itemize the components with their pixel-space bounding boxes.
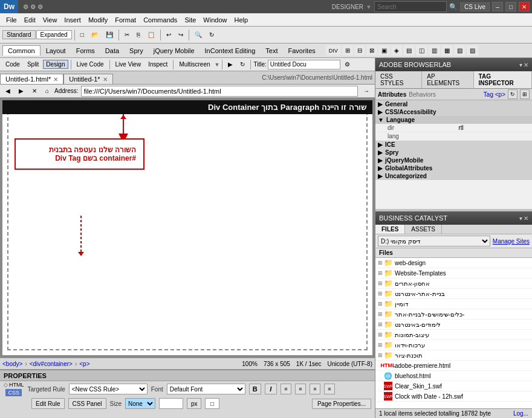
menu-window[interactable]: Window [199,15,230,25]
size-input[interactable] [159,398,183,409]
copy-btn[interactable]: ⎘ [134,30,143,40]
live-view-btn[interactable]: Live View [112,60,144,69]
split-view-btn[interactable]: Split [24,60,42,69]
search-input[interactable] [374,1,447,12]
menu-help[interactable]: Help [230,15,251,25]
insert-icon-10[interactable]: ▧ [454,45,465,56]
behaviors-tab[interactable]: Behaviors [409,91,435,98]
forward-btn[interactable]: ▶ [16,86,27,96]
file-mgmt-btn[interactable]: ⚙ [342,60,353,69]
menu-insert[interactable]: Insert [60,15,85,25]
tab-tag-inspector[interactable]: TAG INSPECTOR [474,71,532,88]
stop-btn[interactable]: ✕ [29,86,40,96]
tab-common[interactable]: Common [2,45,41,56]
insert-icon-9[interactable]: ▦ [441,45,453,56]
insert-icon-8[interactable]: ▥ [429,45,440,56]
manage-sites-link[interactable]: Manage Sites [493,238,530,245]
tag-body[interactable]: <body> [2,361,22,367]
section-uncategorized[interactable]: ▶ Uncategorized [375,172,532,180]
tab-ap-elements[interactable]: AP ELEMENTS [422,71,473,88]
multiscreen-btn[interactable]: Multiscreen [176,60,213,69]
edit-rule-btn[interactable]: Edit Rule [31,398,65,409]
insert-icon-1[interactable]: ⊞ [342,45,353,56]
doc-tab-2-close[interactable]: ✕ [103,76,108,83]
refresh-doc-btn[interactable]: ↻ [237,60,248,69]
css-toggle-btn[interactable]: CSS [5,389,22,396]
italic-btn[interactable]: I [265,384,277,394]
files-tab[interactable]: FILES [375,225,405,234]
list-item[interactable]: ⊞ 📁 ערכות-וידאו [375,340,532,350]
paste-btn[interactable]: 📋 [144,30,158,40]
align-right-btn[interactable]: ≡ [310,384,320,394]
browserlab-close-btn[interactable]: ✕ [524,62,528,68]
doc-tab-1[interactable]: Untitled-1.html* ✕ [0,74,63,84]
design-view-btn[interactable]: Design [43,60,68,69]
menu-edit[interactable]: Edit [21,15,39,25]
align-center-btn[interactable]: ≡ [295,384,306,394]
tab-text[interactable]: Text [261,46,282,56]
size-select[interactable]: None [125,398,155,409]
find-btn[interactable]: 🔍 [192,30,205,40]
tab-spry[interactable]: Spry [125,46,148,56]
maximize-button[interactable]: □ [505,2,516,11]
back-btn[interactable]: ◀ [2,86,13,96]
redo-btn[interactable]: ↪ [175,30,186,40]
insert-icon-5[interactable]: ◈ [391,45,402,56]
code-view-btn[interactable]: Code [2,60,23,69]
list-item[interactable]: HTML adobe-premiere.html [375,361,532,371]
attr-sort-btn[interactable]: ⊞ [520,89,530,99]
save-btn[interactable]: 💾 [103,30,116,40]
size-unit-btn[interactable]: px [187,398,201,409]
section-language[interactable]: ▼ Language [375,116,532,124]
menu-format[interactable]: Format [111,15,140,25]
list-item[interactable]: ⊞ 📁 Website-Templates [375,268,532,278]
attr-tab[interactable]: Attributes [378,91,406,98]
bold-btn[interactable]: B [249,384,261,394]
menu-file[interactable]: File [2,15,21,25]
section-globalattrs[interactable]: ▶ GlobalAttributes [375,164,532,172]
expanded-tab[interactable]: Expanded [36,30,72,39]
menu-modify[interactable]: Modify [85,15,111,25]
drive-select[interactable]: D:) דיסק מקומי [378,236,490,246]
list-item[interactable]: ⊞ 📁 אחסון-אתרים [375,278,532,289]
undo-btn[interactable]: ↩ [163,30,174,40]
standard-tab[interactable]: Standard [2,30,36,39]
live-code-btn[interactable]: Live Code [74,60,107,69]
preview-btn[interactable]: ▶ [225,60,236,69]
go-btn[interactable]: → [360,86,372,96]
inspect-btn[interactable]: Inspect [145,60,170,69]
assets-tab[interactable]: ASSETS [405,225,441,234]
insert-icon-6[interactable]: ▤ [403,45,415,56]
cs-live-button[interactable]: CS Live [460,2,490,11]
refresh-btn[interactable]: ↻ [206,30,217,40]
section-jquerymobile[interactable]: ▶ jQueryMobile [375,156,532,164]
html-toggle-btn[interactable]: ◇ HTML [4,382,24,388]
insert-icon-7[interactable]: ◫ [416,45,427,56]
section-ice[interactable]: ▶ ICE [375,141,532,149]
tag-p[interactable]: <p> [79,361,89,367]
list-item[interactable]: ⊞ 📁 כלים-שימושים-לבניית-אתר- [375,309,532,320]
list-item[interactable]: ⊞ 📁 web-design [375,258,532,268]
section-css-accessibility[interactable]: ▶ CSS/Accessibility [375,108,532,116]
tab-layout[interactable]: Layout [41,46,71,56]
new-doc-btn[interactable]: □ [77,30,87,40]
insert-icon-3[interactable]: ⊠ [366,45,377,56]
list-item[interactable]: 🌐 bluehost.html [375,371,532,381]
attr-refresh-btn[interactable]: ↻ [508,89,517,99]
color-btn[interactable]: □ [205,398,219,409]
tab-favorites[interactable]: Favorites [284,46,320,56]
minimize-button[interactable]: – [492,2,503,11]
doc-tab-1-close[interactable]: ✕ [53,76,58,83]
list-item[interactable]: ⊞ 📁 בניית-אתר-אינטרנט [375,289,532,299]
tab-jquerymobile[interactable]: jQuery Mobile [149,46,199,56]
list-item[interactable]: SWF Clock with Date - 12h.swf [375,391,532,402]
list-item[interactable]: ⊞ 📁 תוכנת-ציור [375,350,532,361]
address-input[interactable] [81,86,358,97]
insert-icon-11[interactable]: ▨ [467,45,478,56]
list-item[interactable]: ⊞ 📁 לימודים-באינטרנט [375,320,532,330]
bc-collapse-btn[interactable]: ▾ [519,215,522,222]
targeted-rule-select[interactable]: <New CSS Rule> [69,384,148,394]
bc-close-btn[interactable]: ✕ [524,215,528,222]
div-btn[interactable]: DIV [326,45,341,56]
align-justify-btn[interactable]: ≡ [324,384,335,394]
